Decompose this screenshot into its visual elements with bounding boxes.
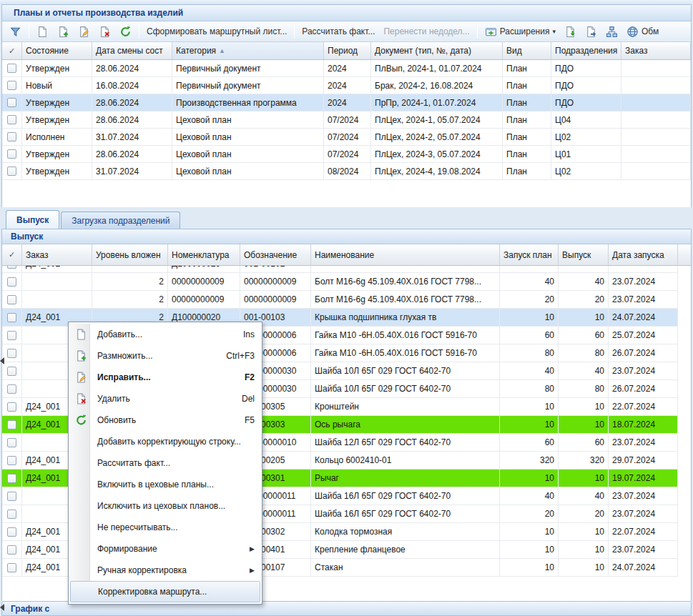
menu-refresh[interactable]: ОбновитьF5 xyxy=(70,409,260,431)
cell-state: Утвержден xyxy=(22,111,92,129)
cell-dept: Ц02 xyxy=(551,129,621,146)
column-header-order[interactable]: Заказ xyxy=(22,244,92,266)
menu-add-correction-line[interactable]: Добавить корректирующую строку... xyxy=(70,431,260,452)
import-doc-button[interactable] xyxy=(561,24,580,39)
row-checkbox[interactable] xyxy=(7,492,16,501)
hierarchy-button[interactable] xyxy=(602,24,621,39)
menu-exclude-from-shop-plans[interactable]: Исключить из цеховых планов... xyxy=(70,495,260,517)
row-checkbox[interactable] xyxy=(7,331,16,340)
delete-button[interactable] xyxy=(95,24,114,39)
row-checkbox[interactable] xyxy=(7,98,16,107)
menu-add[interactable]: Добавить...Ins xyxy=(70,324,260,345)
row-checkbox[interactable] xyxy=(7,510,16,519)
table-row[interactable]: Новый16.08.2024Первичный документ2024Бра… xyxy=(2,77,691,94)
check-mark-icon: ✓ xyxy=(9,250,15,259)
tab-zagruzka-podrazdelenij[interactable]: Загрузка подразделений xyxy=(61,212,180,229)
table-row[interactable]: Утвержден31.07.2024Цеховой план08/2024Пл… xyxy=(2,163,691,180)
row-checkbox[interactable] xyxy=(7,313,16,322)
export-doc-button[interactable] xyxy=(581,24,601,39)
menu-duplicate[interactable]: Размножить...Ctrl+F3 xyxy=(70,345,260,367)
column-header-nom[interactable]: Номенклатура xyxy=(168,244,240,266)
refresh-button[interactable] xyxy=(116,24,135,39)
row-checkbox[interactable] xyxy=(7,132,16,141)
row-checkbox[interactable] xyxy=(7,438,16,447)
cell-plan: 40 xyxy=(500,273,559,291)
table-row[interactable]: 20000000000900000000009Болт М16-6g 45.10… xyxy=(2,273,691,291)
row-checkbox[interactable] xyxy=(7,295,16,304)
row-checkbox[interactable] xyxy=(7,115,16,124)
row-checkbox[interactable] xyxy=(7,563,16,572)
column-header-plan[interactable]: Запуск план xyxy=(500,244,559,266)
cell-name: Шайба 16Л 65Г 029 ГОСТ 6402-70 xyxy=(311,487,500,505)
row-checkbox[interactable] xyxy=(7,367,16,376)
splitter-collapse-icon[interactable] xyxy=(0,357,4,364)
column-header-label: Запуск план xyxy=(503,250,552,260)
column-header-check[interactable]: ✓ xyxy=(2,42,22,60)
menu-delete[interactable]: УдалитьDel xyxy=(70,388,260,409)
table-row[interactable]: Д24_002Д100000029001-00102 xyxy=(2,266,691,273)
column-header-kind[interactable]: Вид xyxy=(503,42,551,60)
duplicate-button[interactable] xyxy=(54,24,73,39)
table-header-row: ✓СостояниеДата смены состКатегория▲Перио… xyxy=(2,42,691,60)
tab-vypusk[interactable]: Выпуск xyxy=(6,210,59,229)
table-row[interactable]: 20000000000900000000009Болт М16-6g 45.10… xyxy=(2,291,691,309)
row-checkbox[interactable] xyxy=(7,167,16,176)
row-checkbox[interactable] xyxy=(7,277,16,287)
column-header-desig[interactable]: Обозначение xyxy=(240,244,311,266)
table-row[interactable]: Утвержден28.06.2024Цеховой план07/2024Пл… xyxy=(2,111,691,129)
row-checkbox[interactable] xyxy=(7,474,16,483)
column-header-date[interactable]: Дата запуска xyxy=(609,244,678,266)
cell-period: 08/2024 xyxy=(324,163,371,180)
extensions-button[interactable]: Расширения▾ xyxy=(481,24,559,39)
vypusk-section-title: Выпуск xyxy=(11,232,43,242)
column-header-doc[interactable]: Документ (тип, №, дата) xyxy=(371,42,503,60)
row-checkbox[interactable] xyxy=(7,149,16,159)
column-header-level[interactable]: Уровень вложен xyxy=(92,244,168,266)
edit-button[interactable] xyxy=(74,24,94,39)
menu-route-correction[interactable]: Корректировка маршрута... xyxy=(70,581,260,602)
calc-fact-button[interactable]: Рассчитать факт... xyxy=(298,25,378,38)
cell-date: 26.07.2024 xyxy=(609,344,678,362)
cell-plan: 320 xyxy=(500,452,559,470)
column-header-out[interactable]: Выпуск xyxy=(559,244,609,266)
menu-manual-correction[interactable]: Ручная корректировка▶ xyxy=(70,560,260,581)
table-row[interactable]: Утвержден28.06.2024Первичный документ202… xyxy=(2,60,691,77)
generate-route-sheet-button[interactable]: Сформировать маршрутный лист... xyxy=(143,25,290,38)
row-checkbox[interactable] xyxy=(7,420,16,429)
row-checkbox[interactable] xyxy=(7,545,16,555)
table-row[interactable]: Исполнен31.07.2024Цеховой план07/2024ПлЦ… xyxy=(2,129,691,146)
column-header-name[interactable]: Наименование xyxy=(311,244,500,266)
row-checkbox[interactable] xyxy=(7,402,16,412)
row-checkbox[interactable] xyxy=(7,266,16,269)
cell-date: 24.07.2024 xyxy=(609,309,678,327)
menu-do-not-recalculate[interactable]: Не пересчитывать... xyxy=(70,517,260,538)
column-header-period[interactable]: Период xyxy=(324,42,371,60)
column-header-category[interactable]: Категория▲ xyxy=(172,42,324,60)
column-header-check[interactable]: ✓ xyxy=(2,244,22,266)
exchange-button[interactable]: Обм xyxy=(623,24,662,39)
column-header-order[interactable]: Заказ xyxy=(621,42,691,60)
row-checkbox[interactable] xyxy=(7,384,16,394)
cell-nom: Д100000029 xyxy=(168,266,240,273)
row-checkbox[interactable] xyxy=(7,349,16,358)
menu-calc-fact[interactable]: Рассчитать факт... xyxy=(70,452,260,474)
table-row[interactable]: Утвержден28.06.2024Цеховой план07/2024Пл… xyxy=(2,146,691,163)
cell-kind: План xyxy=(503,77,551,94)
cell-name: Шайба 16Л 65Г 029 ГОСТ 6402-70 xyxy=(311,505,500,523)
menu-formation[interactable]: Формирование▶ xyxy=(70,538,260,560)
add-button[interactable] xyxy=(33,24,52,39)
column-header-state[interactable]: Состояние xyxy=(22,42,92,60)
splitter-collapse-icon[interactable] xyxy=(0,604,4,611)
cell-order: Д24_002 xyxy=(22,266,92,273)
row-checkbox[interactable] xyxy=(7,81,16,90)
row-checkbox[interactable] xyxy=(7,527,16,537)
column-header-dept[interactable]: Подразделения xyxy=(551,42,621,60)
cell-out: 10 xyxy=(559,523,609,541)
table-row[interactable]: Утвержден28.06.2024Производственная прог… xyxy=(2,94,691,111)
row-checkbox[interactable] xyxy=(7,456,16,465)
column-header-date[interactable]: Дата смены сост xyxy=(92,42,172,60)
menu-edit[interactable]: Исправить...F2 xyxy=(70,367,260,388)
filter-button[interactable] xyxy=(6,24,25,39)
row-checkbox[interactable] xyxy=(7,64,16,73)
menu-include-in-shop-plans[interactable]: Включить в цеховые планы... xyxy=(70,474,260,495)
